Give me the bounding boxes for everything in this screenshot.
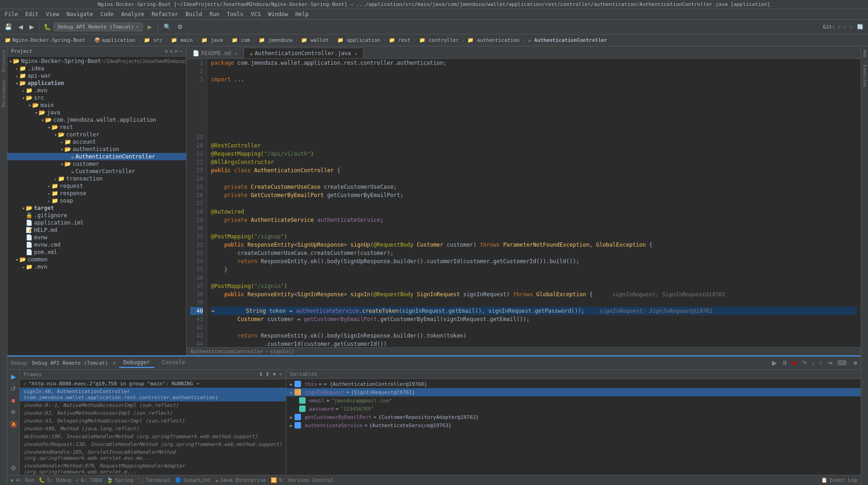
breadcrumb-main[interactable]: 📁 main <box>169 37 194 44</box>
project-settings-icon[interactable]: ⚙ <box>165 48 168 54</box>
breadcrumb-authentication[interactable]: 📁 authentication <box>465 37 521 44</box>
tree-item-1[interactable]: ▸📁.idea <box>7 65 186 72</box>
breadcrumb-rest[interactable]: 📁 rest <box>387 37 412 44</box>
frames-collapse-btn[interactable]: ⬆ <box>265 371 270 378</box>
status-spring[interactable]: 🍃 Spring <box>107 477 133 483</box>
breadcrumb-com[interactable]: 📁 com <box>230 37 252 44</box>
breadcrumb-java[interactable]: 📁 java <box>199 37 225 44</box>
status-debug[interactable]: 🐛 5: Debug <box>39 477 71 483</box>
menu-window[interactable]: Window <box>265 10 290 18</box>
var-getcustomerbyemailport[interactable]: ▶ getCustomerByEmailPort = {CustomerRepo… <box>286 413 861 421</box>
debug-mute-btn[interactable]: 🔕 <box>8 419 18 429</box>
structure-panel-btn[interactable]: Structure <box>1 50 6 73</box>
tree-item-11[interactable]: ▸📁account <box>7 138 186 146</box>
forward-button[interactable]: ▶ <box>28 23 36 31</box>
tab-readme-close[interactable]: ✕ <box>235 51 238 56</box>
var-password[interactable]: password = "123456789" <box>286 405 861 413</box>
debug-tab-console[interactable]: Console <box>157 358 190 368</box>
menu-run[interactable]: Run <box>207 10 222 18</box>
tree-item-26[interactable]: 📄pom.xml <box>7 248 186 256</box>
frames-filter-btn[interactable]: ▼ <box>272 371 277 378</box>
tree-item-16[interactable]: ▸📁transaction <box>7 175 186 182</box>
tree-item-12[interactable]: ▾📂authentication <box>7 146 186 153</box>
menu-analyze[interactable]: Analyze <box>118 10 147 18</box>
breadcrumb-wallet[interactable]: 📁 wallet <box>299 37 330 44</box>
tree-item-7[interactable]: ▾📂java <box>7 109 186 116</box>
tree-item-27[interactable]: ▾📂common <box>7 256 186 263</box>
tree-item-18[interactable]: ▸📁response <box>7 190 186 197</box>
menu-navigate[interactable]: Navigate <box>64 10 96 18</box>
breadcrumb-controller[interactable]: 📁 controller <box>417 37 461 44</box>
tree-item-17[interactable]: ▸📁request <box>7 182 186 190</box>
menu-file[interactable]: File <box>2 10 21 18</box>
frame-3[interactable]: invoke:43, DelegatingMethodAccessorImpl … <box>20 417 286 425</box>
var-email[interactable]: email = "jmendoza@gmail.com" <box>286 396 861 405</box>
frame-7[interactable]: invokeAndHandle:105, ServletInvocableHan… <box>20 448 286 462</box>
favorites-panel-btn[interactable]: Favorites <box>862 65 867 87</box>
debug-stop-side-btn[interactable]: ■ <box>8 395 18 406</box>
project-gear-icon[interactable]: ≡ <box>175 48 178 54</box>
debug-stepover-btn[interactable]: ↷ <box>800 358 808 367</box>
tree-item-6[interactable]: ▾📂main <box>7 102 186 109</box>
var-this[interactable]: ▶ this = = {AuthenticationController@197… <box>286 380 861 388</box>
persistence-panel-btn[interactable]: Persistence <box>1 80 6 107</box>
frame-thread-dropdown[interactable]: ▾ <box>197 381 200 387</box>
frames-expand-btn[interactable]: ⬇ <box>259 371 263 378</box>
breadcrumb-jmendoza[interactable]: 📁 jmendoza <box>257 37 295 44</box>
breadcrumb-application[interactable]: 📦 application <box>92 37 137 44</box>
debug-stepout-btn[interactable]: ↑ <box>818 358 823 367</box>
status-todo[interactable]: ✓ 6: TODO <box>76 477 102 483</box>
tree-item-15[interactable]: ☕CustomerController <box>7 168 186 175</box>
menu-edit[interactable]: Edit <box>23 10 41 18</box>
code-content[interactable]: package com.jmendoza.wallet.application.… <box>207 59 861 347</box>
tree-item-21[interactable]: 🔒.gitignore <box>7 212 186 219</box>
status-run[interactable]: ▶ 4: Run <box>11 477 34 483</box>
frames-copy-btn[interactable]: + <box>279 371 282 378</box>
menu-help[interactable]: Help <box>293 10 312 18</box>
debug-rerun-btn[interactable]: ↺ <box>8 383 18 394</box>
tree-item-28[interactable]: ▸📁.mvn <box>7 263 186 271</box>
var-signinrequest[interactable]: ▶ signInRequest = {SignInRequest@19761} <box>286 388 861 396</box>
tree-item-2[interactable]: ▸📁api-war <box>7 72 186 79</box>
debug-resume-side-btn[interactable]: ▶ <box>8 372 18 382</box>
tree-item-23[interactable]: 📝HELP.md <box>7 226 186 234</box>
menu-refactor[interactable]: Refactor <box>149 10 181 18</box>
web-panel-btn[interactable]: Web <box>862 50 867 57</box>
tree-item-10[interactable]: ▾📂controller <box>7 131 186 138</box>
debug-runtocrsr-btn[interactable]: ⇥ <box>826 358 834 367</box>
project-close-icon[interactable]: − <box>179 48 182 54</box>
project-sort-icon[interactable]: ⇅ <box>170 48 173 54</box>
save-button[interactable]: 💾 <box>3 23 14 31</box>
breadcrumb-app2[interactable]: 📁 application <box>335 37 382 44</box>
breadcrumb-authcontroller[interactable]: ☕ AuthenticationController <box>526 37 609 44</box>
code-editor[interactable]: 1 2 3 19 20 21 22 23 24 25 26 2 <box>187 59 861 347</box>
debug-resume-btn[interactable]: ▶ <box>771 358 778 367</box>
tree-item-13[interactable]: ☕AuthenticationController <box>7 153 186 160</box>
run-button[interactable]: ▶ <box>146 23 154 31</box>
tree-item-24[interactable]: 📄mvnw <box>7 234 186 241</box>
status-event-log[interactable]: 📋 Event Log <box>821 477 857 483</box>
tree-item-4[interactable]: ▸📁.mvn <box>7 87 186 94</box>
breadcrumb-src[interactable]: 📁 src <box>142 37 165 44</box>
tree-item-19[interactable]: ▸📁soap <box>7 197 186 204</box>
debug-tab-debugger[interactable]: Debugger <box>119 358 155 368</box>
frame-thread[interactable]: ✓ "http-nio-8080-exec-2"@19,758 in group… <box>20 379 286 388</box>
tree-item-5[interactable]: ▾📂src <box>7 94 186 102</box>
var-authenticateservice[interactable]: ▶ authenticateService = {AuthenticateSer… <box>286 421 861 429</box>
tab-authcontroller[interactable]: ☕ AuthenticationController.java ✕ <box>244 48 363 58</box>
menu-vcs[interactable]: VCS <box>248 10 264 18</box>
tree-item-9[interactable]: ▾📂rest <box>7 124 186 131</box>
debug-settings-side-btn[interactable]: ⚙ <box>8 463 18 473</box>
debug-stepinto-btn[interactable]: ↓ <box>811 358 816 367</box>
menu-view[interactable]: View <box>43 10 62 18</box>
menu-tools[interactable]: Tools <box>224 10 246 18</box>
tab-authcontroller-close[interactable]: ✕ <box>355 51 357 56</box>
menu-build[interactable]: Build <box>183 10 205 18</box>
tree-item-8[interactable]: ▾📂com.jmendoza.wallet.application <box>7 116 186 124</box>
settings-button[interactable]: ⚙ <box>176 23 185 31</box>
debug-stop-btn[interactable]: ■ <box>792 358 797 367</box>
breadcrumb-nginx[interactable]: 📁 Nginx-Docker-Spring-Boot <box>3 37 87 44</box>
debug-config-selector[interactable]: Debug API Remote (Tomcat) ▾ <box>54 23 143 31</box>
tab-readme[interactable]: 📄 README.md ✕ <box>187 48 244 58</box>
frame-6[interactable]: invokeForRequest:138, InvocableHandlerMe… <box>20 440 286 448</box>
